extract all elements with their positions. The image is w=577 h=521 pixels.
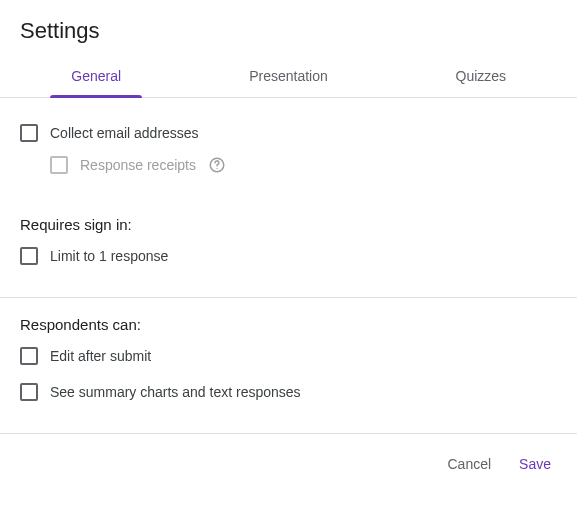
see-summary-checkbox[interactable] [20,383,38,401]
help-icon[interactable] [208,156,226,174]
see-summary-row: See summary charts and text responses [20,383,557,401]
tab-label: Quizzes [456,68,507,84]
collect-email-label: Collect email addresses [50,125,199,141]
requires-signin-section: Requires sign in: Limit to 1 response [0,198,577,289]
tab-general[interactable]: General [0,54,192,97]
limit-response-label: Limit to 1 response [50,248,168,264]
respondents-section: Respondents can: Edit after submit See s… [0,298,577,425]
svg-point-1 [216,168,217,169]
edit-after-submit-label: Edit after submit [50,348,151,364]
general-section: Collect email addresses Response receipt… [0,98,577,198]
response-receipts-label: Response receipts [80,157,196,173]
dialog-actions: Cancel Save [0,434,577,476]
tabs: General Presentation Quizzes [0,54,577,98]
tab-label: General [71,68,121,84]
save-button[interactable]: Save [517,452,553,476]
collect-email-checkbox[interactable] [20,124,38,142]
edit-after-submit-row: Edit after submit [20,347,557,365]
settings-dialog: Settings General Presentation Quizzes Co… [0,0,577,476]
limit-response-checkbox[interactable] [20,247,38,265]
dialog-title: Settings [0,0,577,54]
collect-email-row: Collect email addresses [20,124,557,142]
edit-after-submit-checkbox[interactable] [20,347,38,365]
tab-presentation[interactable]: Presentation [192,54,384,97]
see-summary-label: See summary charts and text responses [50,384,301,400]
response-receipts-checkbox [50,156,68,174]
limit-response-row: Limit to 1 response [20,247,557,265]
response-receipts-row: Response receipts [50,156,557,174]
cancel-button[interactable]: Cancel [445,452,493,476]
requires-signin-title: Requires sign in: [20,216,557,233]
tab-quizzes[interactable]: Quizzes [385,54,577,97]
respondents-title: Respondents can: [20,316,557,333]
tab-label: Presentation [249,68,328,84]
